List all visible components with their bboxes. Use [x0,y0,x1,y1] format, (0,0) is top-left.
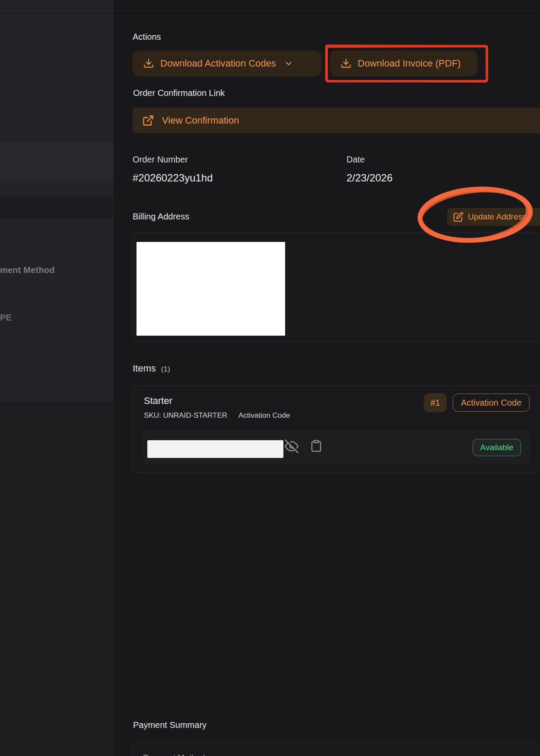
download-invoice-button[interactable]: Download Invoice (PDF) [330,51,477,76]
view-confirmation-label: View Confirmation [162,115,239,126]
sidebar-divider [0,292,114,292]
activation-code-row: Available [143,430,531,465]
sidebar-item-payment-method[interactable]: ment Method [0,265,55,275]
sidebar-divider [0,219,114,220]
update-address-button[interactable]: Update Address [447,208,540,226]
billing-address-heading: Billing Address [133,212,189,222]
activation-code-redaction [147,440,283,458]
item-sku: SKU: UNRAID-STARTER [144,411,227,420]
update-address-label: Update Address [468,212,526,222]
actions-heading: Actions [133,32,161,42]
order-number-value: #20260223yu1hd [133,172,213,184]
item-name: Starter [144,395,172,407]
clipboard-copy-icon[interactable] [310,439,323,454]
status-badge-available: Available [473,439,521,456]
item-index-badge: #1 [424,393,447,412]
items-count: (1) [161,365,170,374]
order-confirmation-link-heading: Order Confirmation Link [133,88,225,98]
payment-summary-heading: Payment Summary [133,720,206,730]
download-activation-codes-label: Download Activation Codes [160,58,276,69]
view-confirmation-button[interactable]: View Confirmation [133,108,540,133]
activation-code-badge: Activation Code [453,394,530,412]
items-heading-label: Items [133,363,156,374]
sidebar: ment Method PE [0,0,114,756]
edit-pencil-icon [453,212,464,222]
order-date-value: 2/23/2026 [346,172,393,184]
item-type: Activation Code [238,411,290,420]
eye-off-icon[interactable] [285,439,299,454]
payment-summary-card: Payment Method [132,742,538,756]
external-link-icon [142,114,154,127]
download-icon [143,58,154,69]
sidebar-highlight-block[interactable] [0,143,114,183]
billing-address-redaction [137,242,285,336]
download-invoice-label: Download Invoice (PDF) [358,58,461,69]
sidebar-divider [0,196,114,196]
order-details-page: ment Method PE Actions Download Activati… [0,0,540,756]
item-subtitle: SKU: UNRAID-STARTER Activation Code [144,411,290,420]
download-icon [340,58,352,69]
download-activation-codes-button[interactable]: Download Activation Codes [133,51,321,76]
order-date-label: Date [346,155,365,165]
items-heading: Items (1) [133,363,170,374]
sidebar-item-pe[interactable]: PE [0,313,12,323]
item-card: Starter SKU: UNRAID-STARTER Activation C… [132,385,538,473]
sidebar-section-band [0,196,114,219]
sidebar-lower-section [0,402,114,756]
order-number-label: Order Number [133,155,188,165]
chevron-down-icon [284,59,293,68]
top-bar-divider [0,11,540,11]
payment-method-label: Payment Method [143,753,205,756]
